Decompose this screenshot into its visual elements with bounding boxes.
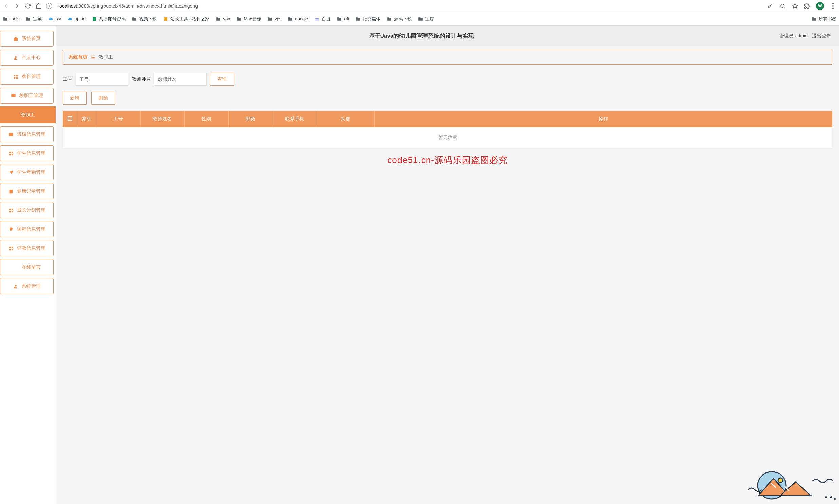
reload-icon[interactable]	[24, 3, 31, 10]
svg-point-9	[317, 17, 319, 19]
monitor-icon	[11, 93, 16, 98]
svg-rect-30	[9, 249, 10, 250]
bookmark-item[interactable]: 源码下载	[387, 16, 412, 22]
bookmark-item[interactable]: 宝塔	[418, 16, 434, 22]
col-action: 操作	[374, 111, 832, 127]
menu-icon[interactable]	[829, 3, 836, 10]
grid-icon	[8, 208, 14, 213]
sidebar-item-10[interactable]: 评教信息管理	[0, 240, 54, 256]
bookmark-item[interactable]: aff	[337, 16, 349, 21]
svg-point-0	[768, 6, 770, 8]
bookmark-item[interactable]: txy	[48, 16, 61, 21]
col-gender: 性别	[184, 111, 228, 127]
add-button[interactable]: 新增	[63, 92, 87, 105]
svg-rect-29	[11, 246, 13, 248]
bookmark-item[interactable]: 共享账号密码	[92, 16, 126, 22]
star-icon[interactable]	[791, 3, 798, 10]
bookmark-label: 社交媒体	[363, 16, 381, 22]
field1-input[interactable]	[76, 73, 128, 86]
sidebar-item-11[interactable]: 在线留言	[0, 259, 54, 275]
sidebar-item-6[interactable]: 学生考勤管理	[0, 164, 54, 180]
bookmark-label: 视频下载	[139, 16, 157, 22]
sidebar-item-9[interactable]: 课程信息管理	[0, 221, 54, 237]
svg-rect-14	[16, 75, 17, 76]
sidebar-item-5[interactable]: 学生信息管理	[0, 145, 54, 161]
bookmark-label: 宝藏	[33, 16, 42, 22]
extensions-icon[interactable]	[804, 3, 810, 10]
site-info-icon[interactable]: i	[46, 3, 52, 9]
grid-icon	[13, 74, 18, 79]
svg-point-3	[832, 3, 834, 4]
bookmark-label: 站长工具 - 站长之家	[170, 16, 210, 22]
sidebar-item-0[interactable]: 系统首页	[0, 31, 54, 47]
svg-point-1	[781, 4, 784, 8]
profile-avatar[interactable]: W	[816, 2, 824, 10]
svg-rect-23	[9, 189, 13, 193]
bookmark-item[interactable]: 百度	[314, 16, 331, 22]
bookmark-item[interactable]: 宝藏	[25, 16, 42, 22]
svg-point-5	[832, 8, 834, 9]
col-index: 索引	[77, 111, 96, 127]
bookmark-label: uplod	[75, 16, 86, 21]
sidebar-item-1[interactable]: 个人中心	[0, 50, 54, 66]
user-role[interactable]: 管理员 admin	[779, 33, 808, 39]
bulb-icon	[8, 227, 14, 232]
bookmark-item[interactable]: vps	[267, 16, 281, 21]
bookmark-item[interactable]: 视频下载	[132, 16, 157, 22]
sidebar-item-label: 健康记录管理	[17, 188, 46, 194]
sidebar-item-3[interactable]: 教职工管理	[0, 88, 54, 104]
bookmark-all[interactable]: 所有书签	[811, 16, 836, 22]
bookmark-label: aff	[344, 16, 349, 21]
sidebar-item-label: 系统管理	[22, 283, 41, 289]
back-icon[interactable]	[3, 3, 10, 10]
svg-rect-22	[11, 154, 13, 155]
home-icon[interactable]	[35, 3, 42, 10]
sidebar-item-label: 成长计划管理	[17, 207, 46, 213]
bookmark-item[interactable]: vpn	[215, 16, 230, 21]
bookmark-item[interactable]: 社交媒体	[355, 16, 381, 22]
zoom-icon[interactable]	[779, 3, 786, 10]
forward-icon[interactable]	[14, 3, 20, 10]
sidebar-item-2[interactable]: 家长管理	[0, 69, 54, 85]
breadcrumb-sep-icon: ☰	[91, 55, 95, 60]
empty-text: 暂无数据	[63, 127, 832, 148]
query-button[interactable]: 查询	[210, 73, 234, 86]
bookmark-item[interactable]: tools	[3, 16, 19, 21]
browser-right-icons: W	[767, 2, 836, 10]
select-all-header[interactable]	[63, 111, 77, 127]
key-icon[interactable]	[767, 3, 774, 10]
url-path: /springbootelx46/admin/dist/index.html#/…	[89, 3, 198, 9]
svg-rect-7	[164, 17, 168, 21]
sidebar-item-label: 评教信息管理	[17, 245, 46, 251]
bookmark-label: vps	[275, 16, 281, 21]
sidebar-item-label: 课程信息管理	[17, 226, 46, 232]
home-icon	[13, 36, 18, 41]
logout-link[interactable]: 退出登录	[812, 33, 831, 39]
bookmark-item[interactable]: uplod	[67, 16, 86, 21]
delete-button[interactable]: 删除	[91, 92, 115, 105]
sidebar-item-7[interactable]: 健康记录管理	[0, 183, 54, 199]
sidebar-item-label: 班级信息管理	[17, 131, 46, 137]
col-gonghao: 工号	[96, 111, 140, 127]
field2-input[interactable]	[154, 73, 207, 86]
sidebar-submenu-active[interactable]: 教职工	[0, 107, 56, 124]
svg-rect-6	[93, 17, 96, 21]
breadcrumb-home[interactable]: 系统首页	[69, 54, 88, 60]
main-body: 系统首页 ☰ 教职工 工号 教师姓名 查询 新增 删除 索引	[56, 46, 839, 170]
bookmark-label: 百度	[322, 16, 331, 22]
address-bar[interactable]: localhost:8080/springbootelx46/admin/dis…	[56, 3, 763, 9]
app-container: 系统首页个人中心家长管理教职工管理教职工班级信息管理学生信息管理学生考勤管理健康…	[0, 26, 839, 504]
sidebar-item-label: 学生考勤管理	[17, 169, 46, 175]
sidebar-item-4[interactable]: 班级信息管理	[0, 126, 54, 142]
col-email: 邮箱	[228, 111, 273, 127]
sidebar-item-12[interactable]: 系统管理	[0, 278, 54, 294]
bookmark-item[interactable]: Max云梯	[236, 16, 261, 22]
svg-rect-26	[9, 211, 10, 212]
checkbox-icon[interactable]	[68, 116, 72, 121]
bookmark-item[interactable]: 站长工具 - 站长之家	[163, 16, 210, 22]
svg-rect-27	[11, 211, 13, 212]
bookmark-item[interactable]: google	[287, 16, 308, 21]
svg-rect-20	[11, 151, 13, 152]
sidebar-item-8[interactable]: 成长计划管理	[0, 202, 54, 218]
url-host: localhost	[58, 3, 77, 9]
